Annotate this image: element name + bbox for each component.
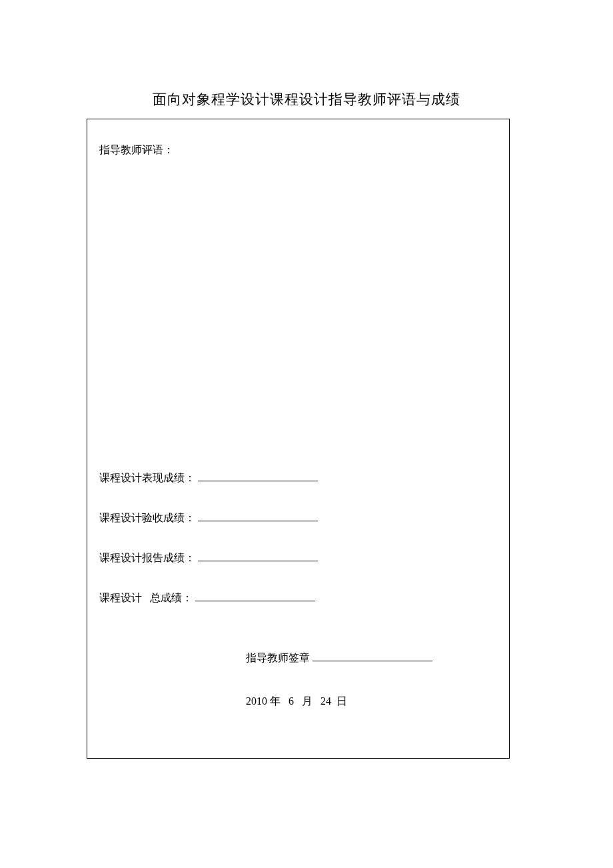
score-report-label: 课程设计报告成绩： (99, 551, 195, 565)
score-total-label: 课程设计 总成绩： (99, 591, 193, 605)
page-title: 面向对象程学设计课程设计指导教师评语与成绩 (0, 90, 613, 109)
date-row: 2010 年 6 月 24 日 (99, 695, 497, 709)
evaluation-form-box: 指导教师评语： 课程设计表现成绩： 课程设计验收成绩： 课程设计报告成绩： 课程… (87, 119, 510, 759)
score-performance-blank (198, 471, 318, 481)
score-total-blank (195, 591, 315, 601)
score-acceptance-label: 课程设计验收成绩： (99, 511, 195, 525)
score-performance-label: 课程设计表现成绩： (99, 471, 195, 485)
score-performance-row: 课程设计表现成绩： (99, 471, 497, 485)
teacher-comment-label: 指导教师评语： (99, 143, 497, 157)
score-acceptance-blank (198, 511, 318, 521)
score-report-blank (198, 551, 318, 561)
signature-blank (312, 651, 432, 661)
signature-row: 指导教师签章 (99, 651, 497, 665)
score-report-row: 课程设计报告成绩： (99, 551, 497, 565)
score-acceptance-row: 课程设计验收成绩： (99, 511, 497, 525)
score-total-row: 课程设计 总成绩： (99, 591, 497, 605)
signature-label: 指导教师签章 (246, 651, 310, 665)
